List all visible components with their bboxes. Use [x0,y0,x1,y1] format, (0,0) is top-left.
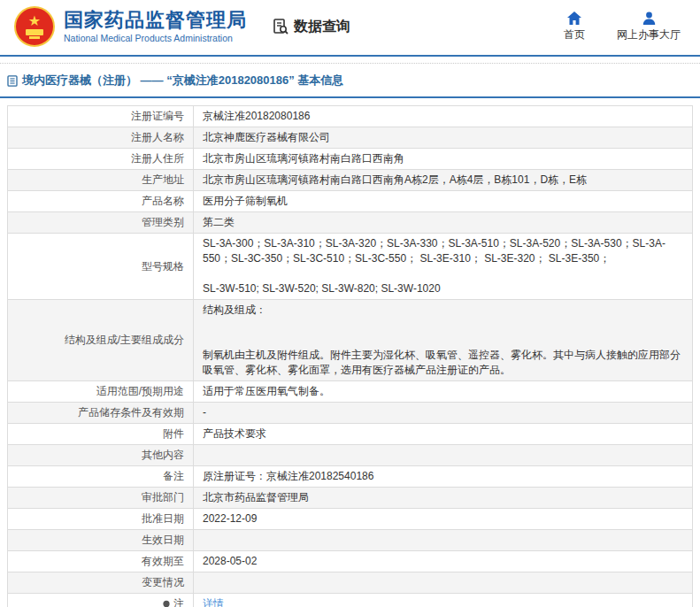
row-label-text: 注 [173,596,184,607]
row-label: 注 [8,594,194,607]
table-row: 适用范围/预期用途适用于常压医用氧气制备。 [8,381,692,403]
row-label: 管理类别 [8,212,194,233]
home-icon [567,12,581,25]
info-table: 注册证编号京械注准20182080186注册人名称北京神鹿医疗器械有限公司注册人… [7,105,693,607]
row-label-text: 有效期至 [142,554,184,569]
row-value: 京械注准20182080186 [194,106,692,127]
table-row: 备注原注册证号：京械注准20182540186 [8,466,692,488]
row-value: 结构及组成： 制氧机由主机及附件组成。附件主要为湿化杯、吸氧管、遥控器、雾化杯。… [194,300,692,380]
table-row: 结构及组成/主要组成成分结构及组成： 制氧机由主机及附件组成。附件主要为湿化杯、… [8,300,692,381]
row-value-text: 产品技术要求 [203,426,266,442]
row-value-text: 2028-05-02 [203,554,257,569]
row-label-text: 批准日期 [142,511,184,526]
row-label: 产品名称 [8,191,194,211]
row-label-text: 管理类别 [142,215,184,230]
nav-service-hall[interactable]: 网上办事大厅 [617,12,681,42]
national-emblem-logo: ★ [14,6,55,47]
row-label: 附件 [8,424,194,444]
table-row: 注册证编号京械注准20182080186 [8,106,692,127]
row-value [194,445,692,465]
user-icon [642,12,656,25]
row-label: 结构及组成/主要组成成分 [8,300,194,380]
row-label: 生产地址 [8,170,194,190]
site-brand: 国家药品监督管理局 National Medical Products Admi… [64,10,247,43]
row-value: 北京市房山区琉璃河镇路村南白路口西南角 [194,149,692,169]
row-label: 注册证编号 [8,106,194,127]
detail-link[interactable]: 详情 [203,596,224,607]
row-label: 注册人名称 [8,127,194,148]
page-title: 境内医疗器械（注册） —— “京械注准20182080186” 基本信息 [22,73,343,88]
data-query-nav[interactable]: 数据查询 [272,18,350,36]
table-row: 型号规格SL-3A-300；SL-3A-310；SL-3A-320；SL-3A-… [8,234,692,300]
table-row: 注册人住所北京市房山区琉璃河镇路村南白路口西南角 [8,149,692,170]
row-value-text: 2022-12-09 [203,511,257,526]
table-row: 其他内容 [8,445,692,466]
row-value-text: 北京神鹿医疗器械有限公司 [203,130,330,145]
table-row: 审批部门北京市药品监督管理局 [8,488,692,509]
row-value: - [194,403,692,423]
row-label-text: 注册人住所 [131,151,184,166]
row-label-text: 附件 [163,426,184,442]
nav-home[interactable]: 首页 [555,12,594,42]
row-value-text: 北京市房山区琉璃河镇路村南白路口西南角 [203,151,404,166]
data-query-label: 数据查询 [294,18,350,36]
site-header: ★ 国家药品监督管理局 National Medical Products Ad… [0,0,700,57]
top-nav: 首页 网上办事大厅 [555,12,686,42]
bulb-icon [162,600,171,607]
site-title: 国家药品监督管理局 [64,10,247,31]
row-value [194,572,692,593]
row-label: 注册人住所 [8,149,194,169]
row-value: 适用于常压医用氧气制备。 [194,381,692,402]
row-label: 有效期至 [8,551,194,572]
doc-magnifier-icon [272,18,289,35]
breadcrumb: 境内医疗器械（注册） —— “京械注准20182080186” 基本信息 [0,64,700,98]
row-value: 第二类 [194,212,692,233]
row-value-text: 北京市房山区琉璃河镇路村南白路口西南角A栋2层，A栋4层，B栋101，D栋，E栋 [203,173,587,188]
row-label: 批准日期 [8,509,194,529]
nav-home-label: 首页 [564,27,585,42]
row-value: 原注册证号：京械注准20182540186 [194,466,692,487]
row-value: 北京神鹿医疗器械有限公司 [194,127,692,148]
table-row: 变更情况 [8,572,692,594]
row-label: 其他内容 [8,445,194,465]
table-row: 产品名称医用分子筛制氧机 [8,191,692,212]
table-row: 生效日期 [8,530,692,551]
row-value-text: 适用于常压医用氧气制备。 [203,384,330,399]
row-label: 型号规格 [8,234,194,299]
row-value-text: 第二类 [203,215,235,230]
row-value-text: 医用分子筛制氧机 [203,194,288,209]
row-label: 备注 [8,466,194,487]
row-label-text: 适用范围/预期用途 [96,384,184,399]
row-value: SL-3A-300；SL-3A-310；SL-3A-320；SL-3A-330；… [194,234,692,299]
row-label: 产品储存条件及有效期 [8,403,194,423]
row-value-text: 结构及组成： 制氧机由主机及附件组成。附件主要为湿化杯、吸氧管、遥控器、雾化杯。… [203,303,683,378]
table-row: 有效期至2028-05-02 [8,551,692,572]
row-label-text: 注册人名称 [131,130,184,145]
row-label-text: 型号规格 [142,259,184,274]
row-value-text: SL-3A-300；SL-3A-310；SL-3A-320；SL-3A-330；… [203,236,683,296]
row-label-text: 备注 [163,469,184,484]
row-value: 2022-12-09 [194,509,692,529]
row-value [194,530,692,550]
row-label: 生效日期 [8,530,194,550]
row-label-text: 注册证编号 [131,109,184,124]
row-label-text: 产品名称 [142,194,184,209]
row-value: 产品技术要求 [194,424,692,444]
site-subtitle: National Medical Products Administration [64,33,247,43]
row-label-text: 变更情况 [142,575,184,590]
row-value-text: 原注册证号：京械注准20182540186 [203,469,373,484]
row-label-text: 结构及组成/主要组成成分 [65,333,184,348]
table-row: 生产地址北京市房山区琉璃河镇路村南白路口西南角A栋2层，A栋4层，B栋101，D… [8,170,692,191]
row-label: 审批部门 [8,488,194,508]
row-value: 北京市房山区琉璃河镇路村南白路口西南角A栋2层，A栋4层，B栋101，D栋，E栋 [194,170,692,190]
row-value: 北京市药品监督管理局 [194,488,692,508]
table-row: 管理类别第二类 [8,212,692,234]
row-value: 医用分子筛制氧机 [194,191,692,211]
row-label-text: 审批部门 [142,490,184,505]
row-label-text: 生产地址 [142,173,184,188]
row-value-text: 北京市药品监督管理局 [203,490,309,505]
row-value-text: 京械注准20182080186 [203,109,310,124]
row-value-text: - [203,405,206,420]
nav-service-hall-label: 网上办事大厅 [617,27,681,42]
row-value: 2028-05-02 [194,551,692,572]
